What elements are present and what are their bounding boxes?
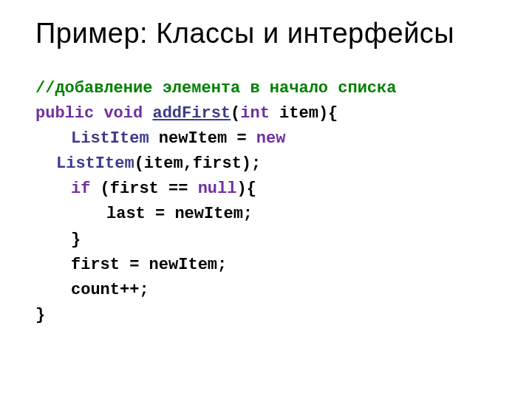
code-text: } [71, 231, 81, 249]
kw-void: void [103, 104, 143, 123]
paren-open: ( [231, 104, 240, 123]
code-line: } [35, 303, 497, 328]
code-line: public void addFirst(int item){ [35, 101, 497, 126]
code-line: last = newItem; [35, 202, 497, 227]
code-text: } [35, 306, 45, 324]
code-block: //добавление элемента в начало списка pu… [35, 76, 497, 328]
kw-public: public [35, 104, 94, 123]
code-text: ){ [236, 180, 256, 198]
code-line: ListItem(item,first); [35, 151, 497, 177]
kw-int: int [240, 104, 270, 123]
code-text: item){ [270, 104, 338, 123]
code-text: (first == [90, 180, 197, 198]
code-line: first = newItem; [35, 253, 497, 278]
code-line: } [35, 228, 497, 253]
kw-null: null [198, 180, 237, 198]
code-text: last = newItem; [106, 205, 253, 223]
kw-new: new [256, 129, 286, 148]
kw-if: if [71, 180, 90, 198]
cls-ListItem: ListItem [71, 129, 149, 148]
code-text: count++; [71, 281, 149, 299]
fn-addFirst: addFirst [152, 104, 231, 123]
slide-title: Пример: Классы и интерфейсы [35, 18, 497, 50]
code-text: (item,first); [134, 154, 262, 173]
code-text: newItem = [149, 129, 256, 148]
code-line: if (first == null){ [35, 177, 497, 202]
code-comment: //добавление элемента в начало списка [35, 79, 396, 98]
code-line: ListItem newItem = new [35, 126, 497, 151]
cls-ListItem2: ListItem [56, 154, 134, 173]
code-line: //добавление элемента в начало списка [35, 76, 497, 101]
code-text: first = newItem; [71, 256, 227, 274]
code-line: count++; [35, 278, 497, 303]
